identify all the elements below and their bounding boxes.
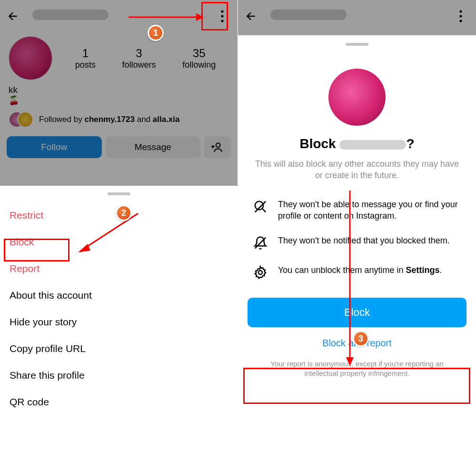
profile-action-row: Follow Message — [0, 133, 238, 161]
stat-following[interactable]: 35 following — [182, 47, 216, 70]
sheet-handle[interactable] — [346, 43, 368, 46]
bio-name: kk — [9, 85, 229, 95]
gear-icon — [252, 264, 268, 281]
profile-header-right — [238, 0, 476, 32]
more-options-button[interactable] — [213, 7, 232, 26]
screenshot-step-3: Block ? This will also block any other a… — [238, 0, 476, 463]
block-subtitle: This will also block any other accounts … — [238, 151, 476, 192]
back-icon[interactable] — [244, 9, 259, 24]
svg-point-8 — [459, 10, 462, 12]
menu-hide-story[interactable]: Hide your story — [0, 309, 238, 335]
menu-report[interactable]: Report — [0, 255, 238, 282]
no-search-icon — [252, 199, 268, 215]
profile-username — [32, 10, 109, 23]
menu-about[interactable]: About this account — [0, 282, 238, 309]
menu-copy-url[interactable]: Copy profile URL — [0, 335, 238, 362]
svg-point-2 — [221, 20, 223, 22]
bio-emoji: 🍒 — [9, 95, 229, 106]
svg-point-3 — [216, 143, 220, 147]
options-bottom-sheet: Restrict Block Report About this account… — [0, 186, 238, 463]
menu-restrict[interactable]: Restrict — [0, 202, 238, 229]
followed-by-text: Followed by chenmy.1723 and alla.xia — [39, 115, 180, 124]
block-title: Block ? — [238, 136, 476, 151]
svg-point-14 — [258, 271, 262, 274]
avatar[interactable] — [9, 36, 52, 80]
svg-point-1 — [221, 15, 223, 17]
block-info-1: They won't be able to message you or fin… — [238, 192, 476, 229]
profile-bio: kk 🍒 — [0, 82, 238, 109]
svg-point-9 — [459, 15, 462, 17]
followed-by-row[interactable]: Followed by chenmy.1723 and alla.xia — [0, 109, 238, 133]
screenshot-step-1-and-2: 1 posts 3 followers 35 following kk 🍒 — [0, 0, 238, 463]
avatar — [328, 69, 386, 126]
block-info-3: You can unblock them anytime in Settings… — [238, 258, 476, 287]
message-button[interactable]: Message — [106, 136, 201, 158]
report-disclaimer: Your report is anonymous, except if you'… — [238, 355, 476, 379]
block-info-2: They won't be notified that you blocked … — [238, 228, 476, 258]
stat-followers[interactable]: 3 followers — [122, 47, 156, 70]
mutual-avatars — [9, 111, 34, 128]
profile-stats-row: 1 posts 3 followers 35 following — [0, 32, 238, 82]
sheet-handle[interactable] — [108, 192, 130, 195]
suggest-users-button[interactable] — [204, 136, 231, 158]
stat-posts[interactable]: 1 posts — [75, 47, 96, 70]
no-notify-icon — [252, 235, 268, 251]
block-info-3-text: You can unblock them anytime in Settings… — [278, 264, 442, 281]
block-and-report-link[interactable]: Block and report — [238, 331, 476, 355]
block-button[interactable]: Block — [248, 298, 466, 327]
menu-block[interactable]: Block — [0, 229, 238, 255]
back-icon[interactable] — [6, 9, 21, 24]
svg-point-0 — [221, 10, 223, 12]
menu-qr-code[interactable]: QR code — [0, 389, 238, 415]
more-options-button[interactable] — [451, 7, 470, 26]
svg-point-10 — [459, 20, 462, 22]
follow-button[interactable]: Follow — [7, 136, 102, 158]
profile-username — [270, 10, 347, 23]
block-confirm-sheet: Block ? This will also block any other a… — [238, 35, 476, 463]
menu-share-profile[interactable]: Share this profile — [0, 362, 238, 389]
profile-header — [0, 0, 238, 32]
